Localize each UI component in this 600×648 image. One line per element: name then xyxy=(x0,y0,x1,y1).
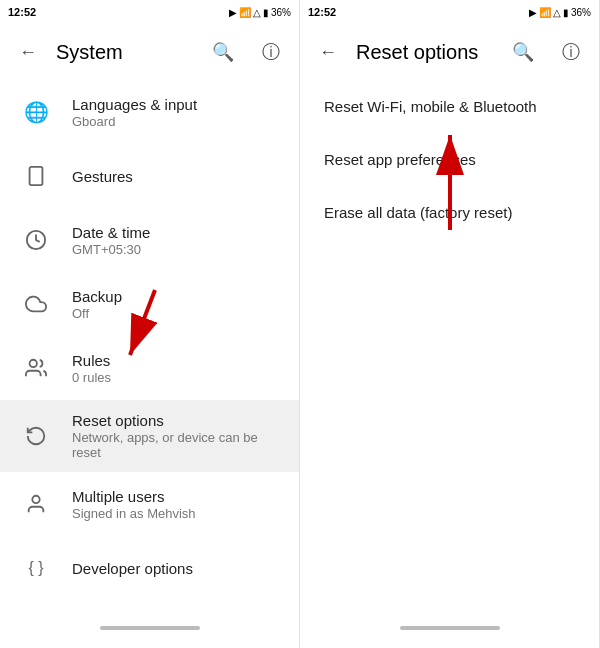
multiuser-sublabel: Signed in as Mehvish xyxy=(72,506,196,521)
multiuser-label: Multiple users xyxy=(72,488,196,505)
left-content: 🌐 Languages & input Gboard Gestures xyxy=(0,80,299,608)
left-panel: 12:52 ▶ 📶 △ ▮ 36% ← System 🔍 ⓘ 🌐 Languag… xyxy=(0,0,300,648)
datetime-icon xyxy=(16,220,56,260)
left-status-bar: 12:52 ▶ 📶 △ ▮ 36% xyxy=(0,0,299,24)
right-back-button[interactable]: ← xyxy=(308,32,348,72)
developer-icon: { } xyxy=(16,548,56,588)
right-time: 12:52 xyxy=(308,6,336,18)
nav-icon: ▶ xyxy=(229,7,237,18)
multiuser-icon xyxy=(16,484,56,524)
languages-label: Languages & input xyxy=(72,96,197,113)
datetime-sublabel: GMT+05:30 xyxy=(72,242,150,257)
list-item-rules[interactable]: Rules 0 rules xyxy=(0,336,299,400)
svg-point-2 xyxy=(30,360,37,367)
menu-item-app-prefs[interactable]: Reset app preferences xyxy=(300,133,599,186)
left-top-bar: ← System 🔍 ⓘ xyxy=(0,24,299,80)
left-nav-pill xyxy=(100,626,200,630)
svg-rect-0 xyxy=(30,167,43,185)
backup-icon xyxy=(16,284,56,324)
factory-label: Erase all data (factory reset) xyxy=(324,204,512,221)
left-time: 12:52 xyxy=(8,6,36,18)
right-nav-icon: ▶ xyxy=(529,7,537,18)
left-back-button[interactable]: ← xyxy=(8,32,48,72)
list-item-languages[interactable]: 🌐 Languages & input Gboard xyxy=(0,80,299,144)
reset-sublabel: Network, apps, or device can be reset xyxy=(72,430,283,460)
app-prefs-label: Reset app preferences xyxy=(324,151,476,168)
right-battery-percent: 36% xyxy=(571,7,591,18)
list-item-datetime[interactable]: Date & time GMT+05:30 xyxy=(0,208,299,272)
backup-label: Backup xyxy=(72,288,122,305)
rules-sublabel: 0 rules xyxy=(72,370,111,385)
left-title: System xyxy=(56,41,195,64)
left-search-button[interactable]: 🔍 xyxy=(203,32,243,72)
right-status-icons: ▶ 📶 △ ▮ 36% xyxy=(529,7,591,18)
list-item-gestures[interactable]: Gestures xyxy=(0,144,299,208)
datetime-label: Date & time xyxy=(72,224,150,241)
rules-label: Rules xyxy=(72,352,111,369)
right-title: Reset options xyxy=(356,41,495,64)
right-content: Reset Wi-Fi, mobile & Bluetooth Reset ap… xyxy=(300,80,599,608)
right-status-bar: 12:52 ▶ 📶 △ ▮ 36% xyxy=(300,0,599,24)
backup-sublabel: Off xyxy=(72,306,122,321)
developer-label: Developer options xyxy=(72,560,193,577)
list-item-sysupdate[interactable]: System update Updated to Android 11 xyxy=(0,600,299,608)
svg-point-3 xyxy=(32,496,39,503)
left-help-button[interactable]: ⓘ xyxy=(251,32,291,72)
battery-percent: 36% xyxy=(271,7,291,18)
languages-icon: 🌐 xyxy=(16,92,56,132)
menu-item-factory[interactable]: Erase all data (factory reset) xyxy=(300,186,599,239)
right-battery-icon: ▮ xyxy=(563,7,569,18)
right-top-bar: ← Reset options 🔍 ⓘ xyxy=(300,24,599,80)
list-item-multiuser[interactable]: Multiple users Signed in as Mehvish xyxy=(0,472,299,536)
gestures-icon xyxy=(16,156,56,196)
right-nav-bar xyxy=(300,608,599,648)
right-search-button[interactable]: 🔍 xyxy=(503,32,543,72)
battery-icon: ▮ xyxy=(263,7,269,18)
list-item-backup[interactable]: Backup Off xyxy=(0,272,299,336)
list-item-reset[interactable]: Reset options Network, apps, or device c… xyxy=(0,400,299,472)
languages-sublabel: Gboard xyxy=(72,114,197,129)
right-nav-pill xyxy=(400,626,500,630)
right-wifi-icon: △ xyxy=(553,7,561,18)
list-item-developer[interactable]: { } Developer options xyxy=(0,536,299,600)
right-help-button[interactable]: ⓘ xyxy=(551,32,591,72)
reset-icon xyxy=(16,416,56,456)
menu-item-wifi-reset[interactable]: Reset Wi-Fi, mobile & Bluetooth xyxy=(300,80,599,133)
right-signal-icon: 📶 xyxy=(539,7,551,18)
reset-label: Reset options xyxy=(72,412,283,429)
wifi-reset-label: Reset Wi-Fi, mobile & Bluetooth xyxy=(324,98,537,115)
rules-icon xyxy=(16,348,56,388)
signal-icon: 📶 xyxy=(239,7,251,18)
right-panel: 12:52 ▶ 📶 △ ▮ 36% ← Reset options 🔍 ⓘ Re… xyxy=(300,0,600,648)
gestures-label: Gestures xyxy=(72,168,133,185)
wifi-icon: △ xyxy=(253,7,261,18)
left-status-icons: ▶ 📶 △ ▮ 36% xyxy=(229,7,291,18)
left-nav-bar xyxy=(0,608,299,648)
